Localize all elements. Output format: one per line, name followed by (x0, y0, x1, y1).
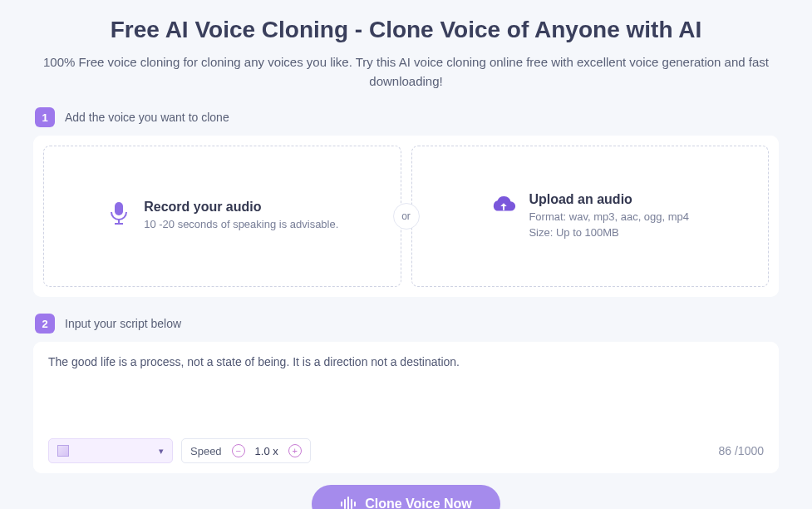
speed-decrease-button[interactable]: − (232, 444, 245, 457)
clone-voice-button[interactable]: Clone Voice Now (312, 485, 500, 509)
page-subtitle: 100% Free voice cloning for cloning any … (25, 53, 787, 91)
svg-rect-5 (347, 497, 349, 509)
step1-badge: 1 (35, 107, 55, 127)
or-divider: or (393, 203, 420, 230)
cloud-upload-icon (490, 192, 517, 219)
speed-label: Speed (190, 445, 222, 457)
svg-rect-6 (351, 499, 352, 509)
step2-label: Input your script below (65, 317, 181, 330)
upload-format: Format: wav, mp3, aac, ogg, mp4 (529, 210, 689, 225)
record-title: Record your audio (144, 200, 338, 215)
svg-rect-0 (115, 202, 123, 215)
cta-label: Clone Voice Now (365, 497, 472, 509)
microphone-icon (106, 200, 132, 226)
record-audio-option[interactable]: Record your audio 10 -20 seconds of spea… (43, 146, 401, 287)
speed-control: Speed − 1.0 x + (181, 438, 311, 463)
svg-rect-7 (354, 502, 356, 507)
upload-title: Upload an audio (529, 192, 689, 207)
voice-select[interactable]: ▾ (48, 438, 173, 463)
step1-label: Add the voice you want to clone (65, 111, 229, 124)
step2-badge: 2 (35, 314, 55, 334)
upload-audio-option[interactable]: Upload an audio Format: wav, mp3, aac, o… (411, 146, 770, 287)
char-counter: 86 /1000 (719, 444, 765, 457)
chevron-down-icon: ▾ (159, 446, 164, 457)
voice-thumbnail-icon (57, 445, 69, 457)
step2-body: The good life is a process, not a state … (33, 342, 779, 473)
step2-header: 2 Input your script below (35, 314, 787, 342)
upload-size: Size: Up to 100MB (529, 225, 689, 241)
step1-body: Record your audio 10 -20 seconds of spea… (33, 136, 779, 297)
waveform-icon (340, 497, 357, 509)
step1-header: 1 Add the voice you want to clone (35, 107, 787, 136)
svg-rect-3 (341, 502, 342, 507)
script-input[interactable]: The good life is a process, not a state … (48, 355, 764, 430)
svg-rect-4 (344, 499, 346, 509)
speed-increase-button[interactable]: + (288, 444, 302, 457)
speed-value: 1.0 x (255, 445, 278, 457)
page-title: Free AI Voice Cloning - Clone Voice of A… (25, 17, 787, 43)
record-hint: 10 -20 seconds of speaking is advisable. (144, 217, 338, 233)
